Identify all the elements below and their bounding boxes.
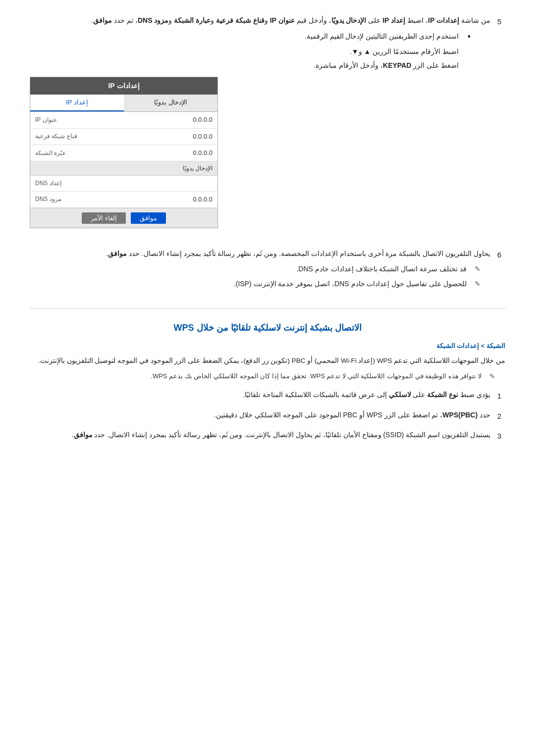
ip-gateway-value: 0.0.0.0 [193, 148, 213, 158]
step5-bullet1-text: استخدم إحدى الطريقتين التاليتين لإدخال ا… [305, 31, 459, 43]
step5-row: 5 من شاشة إعدادات IP، اضبط إعداد IP على … [30, 15, 505, 233]
wps-step2-text-end: ، ثم اضغط على الزر WPS أو PBC الموجود عل… [214, 411, 442, 419]
ip-dialog-body: 0.0.0.0 عنوان IP 0.0.0.0 قناع شبكة فرعية… [30, 112, 217, 207]
step5-text5: و [211, 16, 216, 24]
wps-step2-text-start: حدد [478, 411, 490, 419]
step5-text6: و [168, 16, 174, 24]
ip-dns-setup-label: إعداد DNS [35, 178, 61, 188]
ip-dialog-wrapper: إعدادات IP الإدخال يدويًا إعداد IP 0.0.0… [30, 77, 490, 228]
ip-ok-button[interactable]: موافق [131, 212, 166, 224]
step6-bold-ok: موافق [108, 250, 127, 257]
ip-tab-manual[interactable]: الإدخال يدويًا [124, 95, 217, 111]
ip-row-gateway: 0.0.0.0 عبّرة الشبكة [30, 145, 217, 161]
ip-dialog: إعدادات IP الإدخال يدويًا إعداد IP 0.0.0… [30, 77, 218, 228]
ip-dns-provider-label: مزود DNS [35, 194, 61, 204]
step5-text1: ، اضبط [405, 16, 428, 24]
step5-bullets: • استخدم إحدى الطريقتين التاليتين لإدخال… [30, 31, 490, 72]
ip-dns-section-label: الإدخال يدويًا [30, 161, 217, 176]
step6-note1-row: ✎ قد تختلف سرعة اتصال الشبكة باختلاف إعد… [30, 263, 490, 275]
wps-steps: 1 يؤدي ضبط نوع الشبكة على لاسلكي إلى عرض… [30, 389, 505, 443]
pencil-icon-2: ✎ [471, 278, 481, 290]
step6-row: 6 يحاول التلفزيون الاتصال بالشبكة مرة أخ… [30, 248, 505, 293]
ip-subnet-label: قناع شبكة فرعية [35, 131, 77, 141]
step5-sub1-text: اضبط الأرقام مستخدمًا الزرين ▲ و▼. [350, 48, 459, 55]
step5-text4: و [265, 16, 270, 24]
ip-tab-setup[interactable]: إعداد IP [30, 95, 124, 111]
ip-dialog-title: إعدادات IP [30, 77, 217, 95]
wps-step3-bold-ok: موافق [74, 431, 93, 439]
step5-text-before-bold: من شاشة [459, 16, 490, 24]
wps-step3-row: 3 يستبدل التلفزيون اسم الشبكة (SSID) ومف… [30, 429, 505, 443]
wps-step1-row: 1 يؤدي ضبط نوع الشبكة على لاسلكي إلى عرض… [30, 389, 505, 403]
ip-row-subnet: 0.0.0.0 قناع شبكة فرعية [30, 129, 217, 145]
step6-note2-text: للحصول على تفاصيل حول إعدادات خادم DNS، … [234, 278, 467, 290]
step5-bold3: الإدخال يدويًا [331, 16, 367, 24]
ip-address-label: عنوان IP [35, 115, 57, 125]
step6-text-main: يحاول التلفزيون الاتصال بالشبكة مرة أخرى… [127, 250, 490, 257]
step5-bold5: قناع شبكة فرعية [216, 16, 265, 24]
ip-address-value: 0.0.0.0 [193, 114, 213, 125]
ip-subnet-value: 0.0.0.0 [193, 131, 213, 142]
section-divider [30, 308, 505, 308]
wps-step1-text-end: إلى عرض قائمة بالشبكات اللاسلكية المتاحة… [243, 391, 388, 399]
step5-text2: على [366, 16, 382, 24]
wps-intro: من خلال الموجهات اللاسلكية التي تدعم WPS… [30, 355, 505, 367]
bullet-dot1: • [463, 31, 471, 43]
wps-step1-bold-wireless: لاسلكي [389, 391, 411, 399]
step5-bold2: إعداد IP [382, 16, 405, 24]
wps-step2-content: حدد WPS(PBC)، ثم اضغط على الزر WPS أو PB… [30, 409, 490, 421]
wps-note-wps-row: ✎ لا تتوافر هذه الوظيفة في الموجهات اللا… [30, 371, 505, 383]
step5-bold1: إعدادات IP [428, 16, 459, 24]
step5-sub2: اضغط على الزر KEYPAD، وأدخل الأرقام مباش… [30, 60, 471, 72]
wps-section: الاتصال بشبكة إنترنت لاسلكية تلقائيًا من… [30, 320, 505, 443]
step5-text3: ، وأدخل قيم [295, 16, 331, 24]
step6-block: 6 يحاول التلفزيون الاتصال بالشبكة مرة أخ… [30, 248, 505, 293]
step5-text7: ، ثم حدد [112, 16, 138, 24]
ip-dns-provider-value: 0.0.0.0 [193, 194, 213, 205]
wps-step3-text: يستبدل التلفزيون اسم الشبكة (SSID) ومفتا… [93, 431, 491, 439]
step5-content: من شاشة إعدادات IP، اضبط إعداد IP على ال… [30, 15, 490, 233]
ip-row-address: 0.0.0.0 عنوان IP [30, 112, 217, 128]
step5-bold7: مزود DNS [138, 16, 168, 24]
pencil-icon-1: ✎ [471, 263, 481, 275]
wps-heading: الاتصال بشبكة إنترنت لاسلكية تلقائيًا من… [30, 320, 505, 336]
step6-number: 6 [493, 248, 505, 261]
ip-row-dns-provider: 0.0.0.0 مزود DNS [30, 192, 217, 208]
step5-bold6: عبارة الشبكة [174, 16, 211, 24]
wps-step3-content: يستبدل التلفزيون اسم الشبكة (SSID) ومفتا… [30, 429, 490, 441]
step5-number: 5 [493, 15, 505, 28]
step5-bullet1: • استخدم إحدى الطريقتين التاليتين لإدخال… [30, 31, 471, 43]
wps-step2-row: 2 حدد WPS(PBC)، ثم اضغط على الزر WPS أو … [30, 409, 505, 423]
ip-dialog-tabs: الإدخال يدويًا إعداد IP [30, 95, 217, 112]
step6-note2-row: ✎ للحصول على تفاصيل حول إعدادات خادم DNS… [30, 278, 490, 290]
wps-step1-text-start: يؤدي ضبط [458, 391, 490, 399]
wps-note-wps-text: لا تتوافر هذه الوظيفة في الموجهات اللاسل… [151, 371, 482, 382]
ip-gateway-label: عبّرة الشبكة [35, 148, 66, 158]
step5-sub1: اضبط الأرقام مستخدمًا الزرين ▲ و▼. [30, 46, 471, 58]
wps-step1-content: يؤدي ضبط نوع الشبكة على لاسلكي إلى عرض ق… [30, 389, 490, 401]
pencil-icon-wps: ✎ [485, 371, 495, 383]
ip-dialog-footer: موافق إلغاء الأمر [30, 208, 217, 228]
wps-step3-number: 3 [493, 429, 505, 443]
wps-step2-number: 2 [493, 409, 505, 423]
step5-keypad-bold: KEYPAD [383, 61, 411, 69]
step5-bold8: موافق [93, 16, 112, 24]
nav-breadcrumb: الشبكة > إعدادات الشبكة [30, 341, 505, 352]
step6-note1-text: قد تختلف سرعة اتصال الشبكة باختلاف إعداد… [296, 263, 467, 275]
step5-block: 5 من شاشة إعدادات IP، اضبط إعداد IP على … [30, 15, 505, 233]
step6-content: يحاول التلفزيون الاتصال بالشبكة مرة أخرى… [30, 248, 490, 293]
ip-cancel-button[interactable]: إلغاء الأمر [82, 212, 126, 224]
wps-step1-number: 1 [493, 389, 505, 403]
ip-row-dns-setup: إعداد DNS [30, 176, 217, 191]
step6-notes: ✎ قد تختلف سرعة اتصال الشبكة باختلاف إعد… [30, 263, 490, 290]
step5-bold4: عنوان IP [270, 16, 295, 24]
wps-step2-bold-wps: WPS(PBC) [442, 411, 478, 419]
wps-step1-bold-network: نوع الشبكة [427, 391, 458, 399]
